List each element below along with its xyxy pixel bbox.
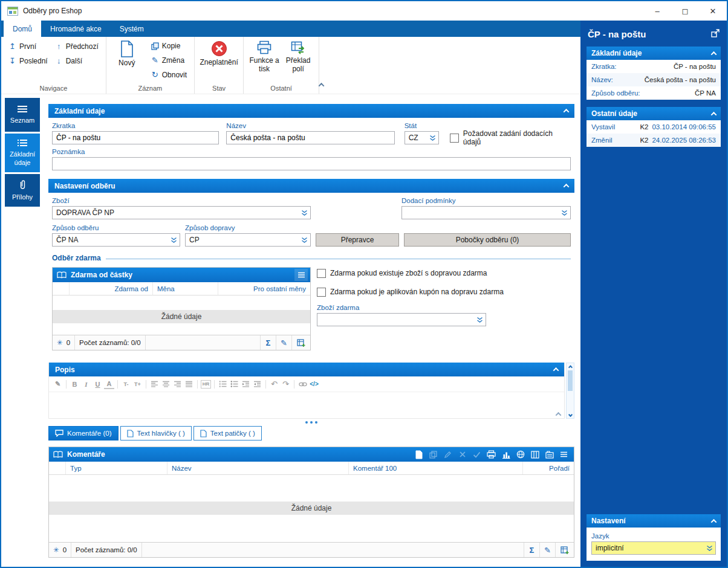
filter-asterisk-icon[interactable]: ✳: [53, 546, 59, 554]
scroll-thumb[interactable]: [568, 370, 573, 391]
collapse-icon[interactable]: [564, 109, 570, 115]
underline-icon[interactable]: U: [93, 379, 103, 389]
edit-button[interactable]: ✎ Změna: [148, 55, 190, 65]
column-header[interactable]: Komentář 100: [349, 462, 523, 474]
column-header[interactable]: Měna: [153, 282, 218, 295]
tab-text-hlavicky[interactable]: Text hlavičky ( ): [120, 426, 192, 441]
confirm-record-icon[interactable]: [472, 450, 482, 460]
new-record-icon[interactable]: [414, 450, 424, 460]
poznamka-input[interactable]: [52, 157, 571, 170]
jazyk-combo[interactable]: implicitní: [591, 541, 716, 555]
edit-record-icon[interactable]: ✎: [276, 335, 292, 350]
chart-icon[interactable]: [501, 450, 511, 460]
code-view-icon[interactable]: </>: [309, 379, 319, 389]
next-button[interactable]: ↓ Další: [51, 56, 102, 66]
pobocky-odberu-button[interactable]: Pobočky odběru (0): [404, 233, 571, 247]
web-icon[interactable]: [515, 450, 525, 460]
grid-menu-icon[interactable]: [559, 450, 569, 460]
bold-icon[interactable]: B: [70, 379, 80, 389]
edit-record-icon[interactable]: ✎: [540, 543, 556, 557]
dodaci-podminky-combo[interactable]: [401, 206, 571, 219]
zbozi-zdarma-combo[interactable]: [317, 313, 486, 326]
collapse-icon[interactable]: [711, 518, 717, 524]
outdent-icon[interactable]: [252, 379, 262, 389]
collapse-icon[interactable]: [711, 51, 717, 57]
link-icon[interactable]: [297, 379, 308, 389]
sidebar-item-prilohy[interactable]: Přílohy: [5, 174, 40, 207]
add-grid-icon[interactable]: [292, 335, 310, 350]
invalidate-button[interactable]: Zneplatnění: [198, 39, 239, 67]
new-button[interactable]: Nový: [110, 39, 144, 68]
collapse-icon[interactable]: [553, 367, 559, 373]
open-detail-icon[interactable]: [711, 29, 720, 39]
sidebar-item-seznam[interactable]: Seznam: [5, 98, 40, 132]
edit-record-icon[interactable]: [443, 450, 453, 460]
refresh-button[interactable]: ↻ Obnovit: [148, 69, 190, 80]
add-grid-icon[interactable]: [556, 543, 574, 557]
align-center-icon[interactable]: [161, 379, 171, 389]
scroll-up-icon[interactable]: [568, 365, 572, 369]
bullet-list-icon[interactable]: [229, 379, 239, 389]
column-header[interactable]: Zdarma od: [70, 282, 153, 295]
horizontal-splitter[interactable]: [48, 419, 574, 426]
dodaci-udaje-checkbox[interactable]: [450, 134, 459, 143]
ribbon-tab-domu[interactable]: Domů: [4, 21, 41, 37]
card-file-icon[interactable]: [544, 450, 554, 460]
nazev-input[interactable]: [226, 131, 394, 144]
print-icon[interactable]: [486, 450, 496, 460]
close-button[interactable]: ✕: [699, 1, 727, 21]
ordered-list-icon[interactable]: [218, 379, 228, 389]
zkratka-input[interactable]: [52, 131, 219, 144]
editor-collapse-icon[interactable]: [556, 412, 562, 418]
align-justify-icon[interactable]: [184, 379, 194, 389]
previous-button[interactable]: ↑ Předchozí: [51, 41, 102, 51]
ribbon-tab-hromadne-akce[interactable]: Hromadné akce: [41, 21, 111, 37]
zbozi-combo[interactable]: DOPRAVA ČP NP: [52, 206, 311, 219]
column-header[interactable]: Název: [167, 462, 349, 474]
collapse-icon[interactable]: [711, 111, 717, 117]
copy-button[interactable]: Kopie: [148, 41, 190, 51]
scroll-down-icon[interactable]: [568, 413, 572, 417]
sidebar-item-zakladni-udaje[interactable]: Základní údaje: [5, 134, 40, 172]
italic-icon[interactable]: I: [81, 379, 91, 389]
zpusob-odberu-combo[interactable]: ČP NA: [52, 233, 180, 247]
functions-print-button[interactable]: Funkce a tisk: [247, 39, 281, 74]
zdarma-kupon-checkbox[interactable]: [317, 288, 326, 297]
column-header[interactable]: Pro ostatní měny: [218, 282, 310, 295]
zdarma-doprava-checkbox[interactable]: [317, 269, 326, 278]
column-header[interactable]: Typ: [66, 462, 167, 474]
indent-icon[interactable]: [241, 379, 251, 389]
horizontal-rule-icon[interactable]: HR: [201, 380, 211, 389]
delete-record-icon[interactable]: [457, 450, 467, 460]
sum-icon[interactable]: Σ: [524, 543, 540, 557]
sum-icon[interactable]: Σ: [261, 335, 276, 350]
font-smaller-icon[interactable]: T-: [121, 379, 131, 389]
collapse-icon[interactable]: [564, 184, 570, 190]
column-header[interactable]: Pořadí: [523, 462, 574, 474]
undo-icon[interactable]: ↶: [269, 379, 279, 389]
copy-record-icon[interactable]: [428, 450, 438, 460]
align-right-icon[interactable]: [172, 379, 183, 389]
zpusob-dopravy-combo[interactable]: CP: [185, 233, 311, 247]
stat-combo[interactable]: CZ: [405, 131, 439, 144]
redo-icon[interactable]: ↷: [281, 379, 291, 389]
align-left-icon[interactable]: [149, 379, 160, 389]
popis-editor-area[interactable]: [49, 392, 564, 418]
font-larger-icon[interactable]: T+: [132, 379, 143, 389]
ribbon-tab-system[interactable]: Systém: [111, 21, 153, 37]
tab-text-paticky[interactable]: Text patičky ( ): [193, 426, 262, 441]
first-button[interactable]: ↥ První: [5, 41, 51, 51]
maximize-button[interactable]: ◻: [671, 1, 699, 21]
font-color-icon[interactable]: A: [104, 379, 114, 389]
prepravce-button[interactable]: Přepravce: [316, 233, 399, 247]
minimize-button[interactable]: –: [643, 1, 671, 21]
grid-menu-button[interactable]: [294, 269, 308, 281]
tab-komentare[interactable]: Komentáře (0): [48, 426, 119, 441]
edit-icon[interactable]: ✎: [53, 379, 63, 389]
filter-asterisk-icon[interactable]: ✳: [57, 338, 63, 347]
translate-fields-button[interactable]: Překlad polí: [281, 39, 315, 74]
columns-icon[interactable]: [530, 450, 540, 460]
ribbon-collapse-button[interactable]: [319, 80, 323, 89]
popis-scrollbar[interactable]: [566, 363, 574, 419]
last-button[interactable]: ↧ Poslední: [5, 56, 51, 66]
